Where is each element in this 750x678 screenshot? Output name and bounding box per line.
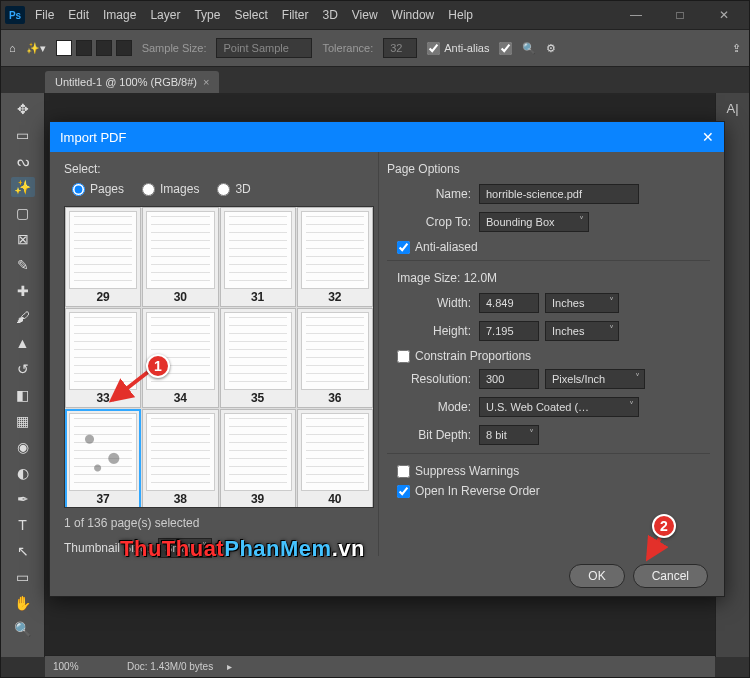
menu-bar: Ps File Edit Image Layer Type Select Fil… <box>1 1 749 29</box>
svg-line-1 <box>648 538 660 558</box>
height-unit-combo[interactable]: Inches <box>545 321 619 341</box>
radio-pages[interactable]: Pages <box>72 182 124 196</box>
shape-tool-icon[interactable]: ▭ <box>11 567 35 587</box>
sample-size-combo[interactable]: Point Sample <box>216 38 312 58</box>
lasso-tool-icon[interactable]: ᔓ <box>11 151 35 171</box>
eyedropper-tool-icon[interactable]: ✎ <box>11 255 35 275</box>
marquee-tool-icon[interactable]: ▭ <box>11 125 35 145</box>
radio-images[interactable]: Images <box>142 182 199 196</box>
frame-tool-icon[interactable]: ⊠ <box>11 229 35 249</box>
page-thumb[interactable]: 30 <box>142 207 218 307</box>
contiguous-checkbox[interactable] <box>499 42 512 55</box>
gradient-tool-icon[interactable]: ▦ <box>11 411 35 431</box>
share-icon[interactable]: ⇪ <box>732 42 741 55</box>
hand-tool-icon[interactable]: ✋ <box>11 593 35 613</box>
dodge-tool-icon[interactable]: ◐ <box>11 463 35 483</box>
page-thumb[interactable]: 29 <box>65 207 141 307</box>
crop-tool-icon[interactable]: ▢ <box>11 203 35 223</box>
swatch-add-icon[interactable] <box>76 40 92 56</box>
stamp-tool-icon[interactable]: ▲ <box>11 333 35 353</box>
menu-layer[interactable]: Layer <box>150 8 180 22</box>
character-panel-icon[interactable]: A| <box>726 101 738 116</box>
crop-to-combo[interactable]: Bounding Box <box>479 212 589 232</box>
refine-icon[interactable]: ⚙ <box>546 42 556 55</box>
menu-window[interactable]: Window <box>392 8 435 22</box>
page-thumb[interactable]: 39 <box>220 409 296 508</box>
name-input[interactable] <box>479 184 639 204</box>
selection-count: 1 of 136 page(s) selected <box>64 516 372 530</box>
radio-3d[interactable]: 3D <box>217 182 250 196</box>
page-thumbnail-grid[interactable]: 29 30 31 32 33 34 35 36 37 38 39 40 <box>64 206 374 508</box>
zoom-level[interactable]: 100% <box>53 661 113 672</box>
page-number: 34 <box>143 390 217 407</box>
search-icon[interactable]: 🔍 <box>522 42 536 55</box>
anti-aliased-checkbox[interactable] <box>397 241 410 254</box>
menu-image[interactable]: Image <box>103 8 136 22</box>
swatch-sub-icon[interactable] <box>96 40 112 56</box>
pen-tool-icon[interactable]: ✒ <box>11 489 35 509</box>
page-thumb[interactable]: 32 <box>297 207 373 307</box>
app-logo: Ps <box>5 6 25 24</box>
menu-filter[interactable]: Filter <box>282 8 309 22</box>
tolerance-input[interactable]: 32 <box>383 38 417 58</box>
suppress-warnings-checkbox[interactable] <box>397 465 410 478</box>
width-input[interactable] <box>479 293 539 313</box>
page-thumb[interactable]: 40 <box>297 409 373 508</box>
document-tab[interactable]: Untitled-1 @ 100% (RGB/8#) × <box>45 71 219 93</box>
svg-line-0 <box>112 372 148 400</box>
dialog-close-icon[interactable]: ✕ <box>702 129 714 145</box>
height-label: Height: <box>387 324 473 338</box>
menu-type[interactable]: Type <box>194 8 220 22</box>
magic-wand-tool-icon[interactable]: ✨ <box>11 177 35 197</box>
swatch-single-icon[interactable] <box>56 40 72 56</box>
home-icon[interactable]: ⌂ <box>9 42 16 54</box>
eraser-tool-icon[interactable]: ◧ <box>11 385 35 405</box>
chevron-right-icon[interactable]: ▸ <box>227 661 232 672</box>
path-tool-icon[interactable]: ↖ <box>11 541 35 561</box>
page-number: 32 <box>298 289 372 306</box>
watermark: ThuThuatPhanMem.vn <box>120 536 365 562</box>
resolution-label: Resolution: <box>387 372 473 386</box>
menu-view[interactable]: View <box>352 8 378 22</box>
width-label: Width: <box>387 296 473 310</box>
tab-close-icon[interactable]: × <box>203 76 209 88</box>
page-number: 39 <box>221 491 295 508</box>
menu-edit[interactable]: Edit <box>68 8 89 22</box>
swatch-int-icon[interactable] <box>116 40 132 56</box>
width-unit-combo[interactable]: Inches <box>545 293 619 313</box>
resolution-input[interactable] <box>479 369 539 389</box>
window-minimize-icon[interactable]: — <box>621 8 651 22</box>
history-brush-tool-icon[interactable]: ↺ <box>11 359 35 379</box>
page-thumb-selected[interactable]: 37 <box>65 409 141 508</box>
cancel-button[interactable]: Cancel <box>633 564 708 588</box>
type-tool-icon[interactable]: T <box>11 515 35 535</box>
menu-3d[interactable]: 3D <box>322 8 337 22</box>
window-maximize-icon[interactable]: □ <box>665 8 695 22</box>
ok-button[interactable]: OK <box>569 564 624 588</box>
menu-file[interactable]: File <box>35 8 54 22</box>
bit-depth-label: Bit Depth: <box>387 428 473 442</box>
menu-select[interactable]: Select <box>234 8 267 22</box>
wand-tool-icon[interactable]: ✨▾ <box>26 42 46 55</box>
page-thumb[interactable]: 36 <box>297 308 373 408</box>
dialog-title-bar[interactable]: Import PDF ✕ <box>50 122 724 152</box>
page-thumb[interactable]: 38 <box>142 409 218 508</box>
mode-combo[interactable]: U.S. Web Coated (… <box>479 397 639 417</box>
bit-depth-combo[interactable]: 8 bit <box>479 425 539 445</box>
window-close-icon[interactable]: ✕ <box>709 8 739 22</box>
move-tool-icon[interactable]: ✥ <box>11 99 35 119</box>
reverse-order-checkbox[interactable] <box>397 485 410 498</box>
blur-tool-icon[interactable]: ◉ <box>11 437 35 457</box>
anti-alias-checkbox[interactable]: Anti-alias <box>427 42 489 55</box>
resolution-unit-combo[interactable]: Pixels/Inch <box>545 369 645 389</box>
healing-tool-icon[interactable]: ✚ <box>11 281 35 301</box>
brush-tool-icon[interactable]: 🖌 <box>11 307 35 327</box>
zoom-tool-icon[interactable]: 🔍 <box>11 619 35 639</box>
dialog-right-pane: Page Options Name: Crop To: Bounding Box… <box>378 152 724 556</box>
page-number: 37 <box>66 491 140 508</box>
height-input[interactable] <box>479 321 539 341</box>
page-thumb[interactable]: 31 <box>220 207 296 307</box>
constrain-checkbox[interactable] <box>397 350 410 363</box>
page-thumb[interactable]: 35 <box>220 308 296 408</box>
menu-help[interactable]: Help <box>448 8 473 22</box>
